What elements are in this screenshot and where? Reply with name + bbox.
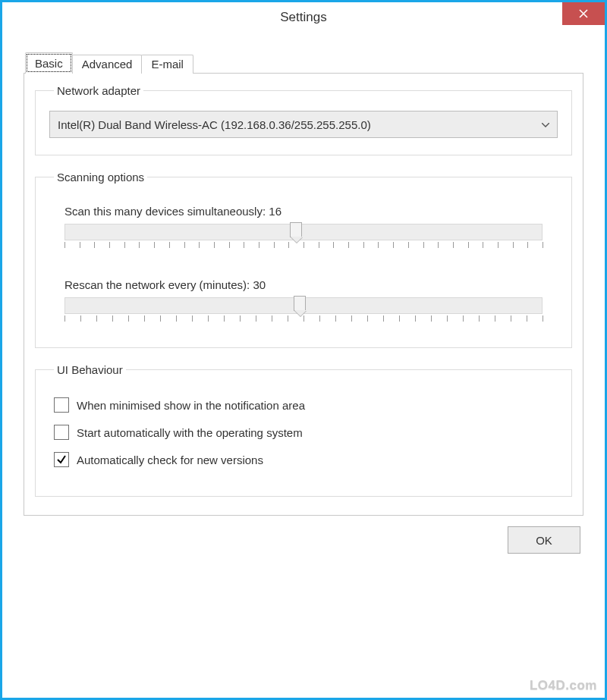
slider-thumb[interactable]: [294, 296, 306, 317]
checkbox-label: When minimised show in the notification …: [77, 399, 305, 412]
group-legend-scanning: Scanning options: [54, 171, 147, 184]
network-adapter-dropdown[interactable]: Intel(R) Dual Band Wireless-AC (192.168.…: [49, 111, 558, 138]
checkbox-minimise-tray[interactable]: When minimised show in the notification …: [54, 397, 558, 413]
rescan-slider[interactable]: [64, 297, 543, 323]
tab-email[interactable]: E-mail: [141, 55, 193, 74]
checkbox-start-automatically[interactable]: Start automatically with the operating s…: [54, 425, 558, 440]
slider-track: [64, 224, 543, 240]
network-adapter-selected: Intel(R) Dual Band Wireless-AC (192.168.…: [58, 118, 371, 131]
dialog-content: Basic Advanced E-mail Network adapter In…: [2, 33, 605, 569]
tab-advanced[interactable]: Advanced: [72, 55, 143, 74]
rescan-label: Rescan the network every (minutes): 30: [64, 278, 558, 291]
group-legend-network: Network adapter: [54, 84, 143, 97]
check-icon: [56, 454, 67, 465]
tabs: Basic Advanced E-mail: [25, 52, 583, 74]
close-icon: [579, 8, 588, 20]
scan-count-slider[interactable]: [64, 224, 543, 250]
group-network-adapter: Network adapter Intel(R) Dual Band Wirel…: [35, 84, 572, 155]
window-title: Settings: [280, 10, 326, 25]
tab-basic[interactable]: Basic: [25, 52, 73, 74]
slider-track: [64, 297, 543, 314]
slider-ticks: [64, 315, 543, 323]
group-scanning-options: Scanning options Scan this many devices …: [35, 171, 572, 348]
watermark: LO4D.com: [530, 678, 597, 693]
slider-thumb[interactable]: [290, 222, 302, 243]
settings-window: Settings Basic Advanced E-mail Network a…: [0, 0, 607, 700]
chevron-down-icon: [542, 119, 549, 130]
titlebar: Settings: [2, 2, 605, 33]
checkbox-auto-check-updates[interactable]: Automatically check for new versions: [54, 452, 558, 467]
rescan-value: 30: [253, 278, 266, 291]
group-legend-ui: UI Behaviour: [54, 363, 126, 376]
group-ui-behaviour: UI Behaviour When minimised show in the …: [35, 363, 572, 497]
scan-count-value: 16: [269, 205, 281, 218]
checkbox-box: [54, 397, 69, 413]
button-row: OK: [24, 526, 583, 554]
checkbox-label: Automatically check for new versions: [77, 454, 263, 466]
tab-panel-basic: Network adapter Intel(R) Dual Band Wirel…: [24, 73, 583, 516]
slider-ticks: [64, 242, 543, 250]
ok-button[interactable]: OK: [508, 526, 580, 554]
close-button[interactable]: [562, 2, 605, 25]
checkbox-label: Start automatically with the operating s…: [77, 426, 303, 439]
checkbox-box: [54, 452, 69, 467]
checkbox-box: [54, 425, 69, 440]
scan-count-label: Scan this many devices simultaneously: 1…: [64, 205, 558, 218]
